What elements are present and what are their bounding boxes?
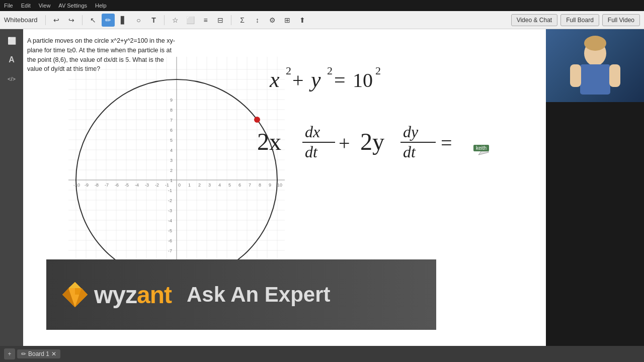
- whiteboard-canvas[interactable]: A particle moves on the circle x^2+y^2=1…: [23, 29, 546, 346]
- svg-text:x: x: [269, 67, 280, 92]
- board-tab-icon: ✏: [21, 350, 26, 357]
- svg-text:7: 7: [249, 183, 251, 188]
- menu-edit[interactable]: Edit: [21, 3, 31, 9]
- svg-point-115: [584, 36, 606, 51]
- board-tab-1[interactable]: ✏ Board 1 ✕: [17, 349, 60, 358]
- settings-tool[interactable]: ⚙: [266, 14, 279, 27]
- svg-rect-113: [570, 64, 581, 87]
- svg-text:-7: -7: [168, 248, 172, 253]
- pen-tool[interactable]: ✏: [102, 14, 115, 27]
- svg-text:-10: -10: [73, 183, 80, 188]
- svg-text:2: 2: [286, 64, 291, 77]
- lines-tool[interactable]: ≡: [199, 14, 212, 27]
- svg-text:10: 10: [353, 69, 373, 92]
- svg-text:9: 9: [269, 183, 271, 188]
- menu-file[interactable]: File: [4, 3, 13, 9]
- toolbar-separator-2: [82, 15, 83, 25]
- svg-text:-5: -5: [168, 228, 172, 233]
- svg-text:3: 3: [170, 158, 173, 163]
- highlighter-tool[interactable]: ☆: [169, 14, 182, 27]
- svg-text:-4: -4: [168, 218, 172, 223]
- video-feed: [546, 29, 644, 102]
- right-panel: [546, 29, 644, 346]
- video-person: [546, 29, 644, 102]
- svg-text:dx: dx: [305, 123, 320, 141]
- svg-text:-2: -2: [155, 183, 159, 188]
- toolbar-separator-1: [45, 15, 46, 25]
- svg-text:dy: dy: [403, 123, 419, 141]
- shape-tool[interactable]: ○: [132, 14, 145, 27]
- undo-button[interactable]: ↩: [50, 14, 63, 27]
- svg-text:2x: 2x: [257, 128, 281, 155]
- menu-help[interactable]: Help: [95, 3, 107, 9]
- svg-text:7: 7: [170, 118, 173, 123]
- svg-text:1: 1: [170, 178, 173, 183]
- svg-text:-6: -6: [168, 238, 172, 243]
- svg-text:=: =: [441, 132, 452, 154]
- svg-text:-6: -6: [115, 183, 119, 188]
- wyzant-logo: wyzant: [61, 281, 172, 309]
- svg-text:0: 0: [178, 183, 181, 188]
- svg-text:dt: dt: [403, 143, 416, 161]
- redo-button[interactable]: ↪: [65, 14, 78, 27]
- svg-text:-8: -8: [95, 183, 99, 188]
- arrow-tool[interactable]: ↕: [251, 14, 264, 27]
- svg-text:-1: -1: [165, 183, 169, 188]
- svg-text:2y: 2y: [360, 128, 384, 155]
- wyzant-tagline: Ask An Expert: [187, 283, 331, 307]
- board-tab-close[interactable]: ✕: [51, 350, 56, 357]
- svg-text:8: 8: [259, 183, 261, 188]
- svg-rect-112: [580, 64, 610, 95]
- full-board-button[interactable]: Full Board: [560, 14, 599, 26]
- sigma-tool[interactable]: Σ: [235, 14, 249, 27]
- left-sidebar: ⬜ A </>: [0, 29, 23, 346]
- toolbar-right-buttons: Video & Chat Full Board Full Video: [511, 14, 640, 26]
- svg-text:dt: dt: [305, 143, 318, 161]
- sidebar-code-icon[interactable]: </>: [4, 71, 19, 86]
- upload-tool[interactable]: ⬆: [296, 14, 309, 27]
- eraser-tool[interactable]: ⬜: [184, 14, 197, 27]
- menu-bar: File Edit View AV Settings Help: [4, 3, 107, 9]
- sidebar-whiteboard-icon[interactable]: ⬜: [4, 33, 19, 48]
- svg-text:10: 10: [277, 183, 282, 188]
- wyzant-banner: wyzant Ask An Expert: [46, 259, 436, 330]
- user-tooltip: keith: [473, 145, 489, 151]
- svg-text:-3: -3: [168, 208, 172, 213]
- full-video-button[interactable]: Full Video: [602, 14, 640, 26]
- toolbar-title: Whiteboard: [4, 16, 37, 24]
- bottom-bar: + ✏ Board 1 ✕: [0, 346, 644, 362]
- menu-view[interactable]: View: [39, 3, 51, 9]
- svg-text:6: 6: [238, 183, 241, 188]
- wyzant-brand-text: wyzant: [94, 281, 172, 309]
- svg-text:-7: -7: [105, 183, 109, 188]
- wyzant-diamond-icon: [61, 281, 89, 309]
- svg-text:2: 2: [375, 64, 381, 77]
- menu-av-settings[interactable]: AV Settings: [58, 3, 87, 9]
- svg-text:-5: -5: [125, 183, 129, 188]
- svg-text:2: 2: [170, 168, 173, 173]
- svg-text:-2: -2: [168, 198, 172, 203]
- svg-text:5: 5: [170, 138, 173, 143]
- person-silhouette: [565, 33, 625, 99]
- svg-text:y: y: [309, 67, 321, 92]
- video-chat-button[interactable]: Video & Chat: [511, 14, 558, 26]
- svg-text:2: 2: [327, 64, 333, 77]
- sidebar-text-icon[interactable]: A: [4, 52, 19, 67]
- indent-tool[interactable]: ⊟: [214, 14, 227, 27]
- svg-rect-114: [609, 64, 620, 87]
- svg-text:-1: -1: [168, 188, 172, 193]
- svg-text:9: 9: [170, 98, 173, 103]
- share-tool[interactable]: ⊞: [281, 14, 294, 27]
- add-board-button[interactable]: +: [4, 348, 15, 359]
- svg-text:3: 3: [208, 183, 211, 188]
- svg-text:8: 8: [170, 108, 173, 113]
- cursor-tool[interactable]: ↖: [87, 14, 100, 27]
- marker-tool[interactable]: ▋: [117, 14, 130, 27]
- equation-1: x 2 + y 2 = 10 2: [265, 59, 456, 100]
- main-area: ⬜ A </> A particle moves on the circle x…: [0, 29, 644, 346]
- toolbar-separator-3: [164, 15, 165, 25]
- text-tool[interactable]: T: [147, 14, 160, 27]
- svg-text:=: =: [334, 69, 346, 92]
- toolbar: Whiteboard ↩ ↪ ↖ ✏ ▋ ○ T ☆ ⬜ ≡ ⊟ Σ ↕ ⚙ ⊞…: [0, 11, 644, 29]
- board-tab-label: Board 1: [28, 350, 49, 357]
